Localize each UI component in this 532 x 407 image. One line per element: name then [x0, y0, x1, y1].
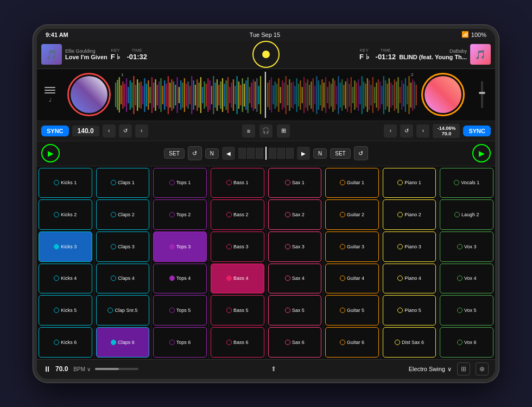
svg-rect-96: [293, 82, 294, 109]
pad-grid-section: Kicks 1Kicks 2Kicks 3Kicks 4Kicks 5Kicks…: [37, 166, 495, 359]
bottom-mixer-icon[interactable]: ⬆: [267, 362, 280, 375]
pad-4-4[interactable]: Sax 5: [268, 295, 322, 325]
left-nav-next[interactable]: ›: [135, 124, 148, 137]
pad-label-1-5: Claps 6: [118, 340, 135, 345]
pad-5-4[interactable]: Guitar 5: [325, 295, 379, 325]
left-loop-btn[interactable]: ↺: [119, 124, 132, 137]
pad-2-1[interactable]: Tops 2: [153, 199, 207, 230]
genre-selector[interactable]: Electro Swing ∨: [409, 366, 452, 373]
pad-4-5[interactable]: Sax 6: [268, 327, 322, 358]
pad-7-0[interactable]: Vocals 1: [440, 168, 493, 198]
left-loop-button[interactable]: ↺: [188, 146, 202, 160]
pad-label-4-4: Sax 5: [292, 308, 305, 313]
pad-5-2[interactable]: Guitar 3: [325, 231, 379, 262]
left-sync-button[interactable]: SYNC: [41, 126, 69, 136]
pad-5-3[interactable]: Guitar 4: [325, 264, 379, 294]
right-loop-button[interactable]: ↺: [354, 146, 368, 160]
left-cue-prev[interactable]: ◀: [222, 147, 235, 160]
controls-left: ♩: [39, 87, 61, 103]
pad-0-2[interactable]: Kicks 3: [39, 231, 92, 262]
svg-rect-27: [164, 80, 165, 110]
headphone-icon[interactable]: 🎧: [259, 124, 273, 137]
right-key: KEY F ♭: [359, 48, 369, 61]
pad-0-5[interactable]: Kicks 6: [39, 327, 92, 358]
right-fader[interactable]: [481, 81, 483, 108]
menu-button[interactable]: [45, 87, 55, 93]
grid-view-icon[interactable]: ⊞: [277, 124, 290, 137]
pad-4-3[interactable]: Sax 4: [268, 264, 322, 294]
pad-2-2[interactable]: Tops 3: [153, 231, 207, 262]
pad-label-6-5: Dist Sax 6: [402, 340, 424, 345]
grid-icon[interactable]: ⊞: [457, 362, 470, 375]
pad-5-5[interactable]: Guitar 6: [325, 327, 379, 358]
right-cue-next[interactable]: ▶: [297, 147, 310, 160]
right-nav-prev[interactable]: ‹: [384, 124, 397, 137]
pad-4-0[interactable]: Sax 1: [268, 168, 322, 198]
bpm-unit[interactable]: BPM ∨: [73, 366, 90, 372]
pad-3-3[interactable]: Bass 4: [211, 264, 264, 294]
pad-4-1[interactable]: Sax 2: [268, 199, 322, 230]
svg-rect-17: [146, 84, 147, 107]
pad-1-1[interactable]: Claps 2: [96, 199, 150, 230]
center-play-button[interactable]: [252, 41, 280, 68]
pad-3-4[interactable]: Bass 5: [211, 295, 264, 325]
pad-6-2[interactable]: Piano 3: [383, 231, 436, 262]
pad-0-1[interactable]: Kicks 2: [39, 199, 92, 230]
right-sync-button[interactable]: SYNC: [463, 126, 491, 136]
pad-0-3[interactable]: Kicks 4: [39, 264, 92, 294]
pad-7-5[interactable]: Vox 6: [440, 327, 493, 358]
left-deck-disc[interactable]: [67, 73, 111, 116]
pad-3-1[interactable]: Bass 2: [211, 199, 264, 230]
pad-2-3[interactable]: Tops 4: [153, 264, 207, 294]
pad-1-3[interactable]: Claps 4: [96, 264, 150, 294]
svg-rect-136: [365, 84, 366, 107]
pad-7-1[interactable]: Laugh 2: [440, 199, 493, 230]
svg-rect-95: [291, 83, 292, 108]
pad-6-5[interactable]: Dist Sax 6: [383, 327, 436, 358]
pad-1-2[interactable]: Claps 3: [96, 231, 150, 262]
left-nav-prev[interactable]: ‹: [103, 124, 116, 137]
left-set-button[interactable]: SET: [164, 148, 184, 159]
pad-5-1[interactable]: Guitar 2: [325, 199, 379, 230]
pad-4-2[interactable]: Sax 3: [268, 231, 322, 262]
deck-right-info: KEY F ♭ TIME -01:12 DaBaby BLIND (feat. …: [288, 41, 495, 68]
pad-0-4[interactable]: Kicks 5: [39, 295, 92, 325]
waveform-container[interactable]: // This won't run in SVG context directl…: [115, 72, 417, 118]
pause-button[interactable]: ⏸: [43, 365, 51, 373]
pad-2-4[interactable]: Tops 5: [153, 295, 207, 325]
pad-label-0-2: Kicks 3: [61, 244, 77, 249]
pad-7-4[interactable]: Vox 5: [440, 295, 493, 325]
pad-6-3[interactable]: Piano 4: [383, 264, 436, 294]
pad-3-5[interactable]: Bass 6: [211, 327, 264, 358]
plus-icon[interactable]: ⊕: [476, 362, 489, 375]
pad-1-5[interactable]: Claps 6: [96, 327, 150, 358]
pad-6-0[interactable]: Piano 1: [383, 168, 436, 198]
pad-2-5[interactable]: Tops 6: [153, 327, 207, 358]
right-set-button[interactable]: SET: [330, 148, 350, 159]
genre-arrow: ∨: [447, 366, 452, 373]
pad-6-1[interactable]: Piano 2: [383, 199, 436, 230]
right-n-button[interactable]: N: [313, 148, 327, 159]
pad-1-0[interactable]: Claps 1: [96, 168, 150, 198]
pad-3-2[interactable]: Bass 3: [211, 231, 264, 262]
pad-1-4[interactable]: Clap Snr.5: [96, 295, 150, 325]
pad-7-2[interactable]: Vox 3: [440, 231, 493, 262]
pad-5-0[interactable]: Guitar 1: [325, 168, 379, 198]
pad-label-7-5: Vox 6: [464, 340, 477, 345]
pad-2-0[interactable]: Tops 1: [153, 168, 207, 198]
right-deck-disc[interactable]: [421, 73, 465, 116]
right-loop-btn[interactable]: ↺: [400, 124, 413, 137]
right-play-button[interactable]: ▶: [472, 144, 491, 162]
svg-rect-137: [367, 78, 368, 112]
left-n-button[interactable]: N: [205, 148, 219, 159]
svg-rect-155: [400, 87, 401, 103]
pad-0-0[interactable]: Kicks 1: [39, 168, 92, 198]
pad-7-3[interactable]: Vox 4: [440, 264, 493, 294]
pad-label-5-4: Guitar 5: [347, 308, 364, 313]
pad-3-0[interactable]: Bass 1: [211, 168, 264, 198]
mixer-icon[interactable]: ≡: [242, 124, 255, 137]
pad-6-4[interactable]: Piano 5: [383, 295, 436, 325]
left-play-button[interactable]: ▶: [41, 144, 60, 162]
right-nav-next[interactable]: ›: [416, 124, 429, 137]
tempo-slider[interactable]: [95, 368, 138, 370]
